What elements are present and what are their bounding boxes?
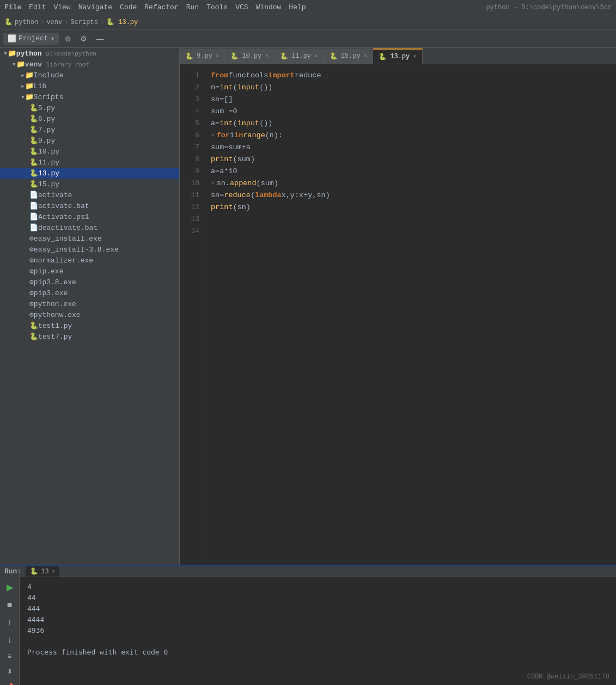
tree-item-easy_install_3_8_exe[interactable]: ⚙ easy_install-3.8.exe	[0, 244, 179, 255]
tree-item-pip3_8_exe[interactable]: ⚙ pip3.8.exe	[0, 277, 179, 288]
menu-bar: File Edit View Navigate Code Refactor Ru…	[0, 0, 616, 15]
tree-item-test1_py[interactable]: 🐍 test1.py	[0, 320, 179, 331]
fold-arrow-6[interactable]: ▾	[211, 130, 215, 142]
code-line-12: print(sn)	[211, 201, 609, 213]
menu-code[interactable]: Code	[120, 3, 137, 11]
tree-item-label: 15.py	[38, 180, 59, 188]
tree-item-deactivate_bat[interactable]: 📄 deactivate.bat	[0, 222, 179, 233]
run-tab[interactable]: 🐍 13 ×	[26, 566, 59, 577]
tree-item-venv_library_root[interactable]: ▾ 📁 venv library root	[0, 59, 179, 70]
tree-item-5_py[interactable]: 🐍 5.py	[0, 102, 179, 113]
run-play-button[interactable]: ▶	[5, 580, 15, 594]
tree-item-pip_exe[interactable]: ⚙ pip.exe	[0, 266, 179, 277]
tab-close-icon[interactable]: ×	[364, 53, 368, 59]
run-filter-icon[interactable]: ⬇	[5, 666, 14, 677]
menu-window[interactable]: Window	[256, 3, 282, 11]
tree-item-13_py[interactable]: 🐍 13.py	[0, 168, 179, 179]
tree-item-python_D__code_python[interactable]: ▾ 📁 python D:\code\python	[0, 48, 179, 59]
expand-arrow-icon[interactable]: ▾	[21, 93, 25, 101]
tab-close-icon[interactable]: ×	[265, 53, 269, 59]
breadcrumb-file[interactable]: 🐍 13.py	[106, 18, 138, 26]
tree-item-pip3_exe[interactable]: ⚙ pip3.exe	[0, 288, 179, 298]
tab-13py[interactable]: 🐍13.py×	[373, 48, 423, 64]
fold-arrow-10[interactable]: ▾	[211, 178, 215, 189]
tree-item-15_py[interactable]: 🐍 15.py	[0, 179, 179, 189]
menu-file[interactable]: File	[4, 3, 21, 11]
tree-item-Include[interactable]: ▸ 📁 Include	[0, 70, 179, 81]
bottom-panel: Run: 🐍 13 × ▶ ■ ↑ ↓ ≡ ⬇ 📌 🖨 🗑 4444444444…	[0, 565, 616, 685]
run-down-icon[interactable]: ↓	[6, 633, 14, 646]
minimize-icon[interactable]: —	[93, 33, 106, 45]
tree-item-7_py[interactable]: 🐍 7.py	[0, 124, 179, 135]
target-icon[interactable]: ⊕	[62, 33, 74, 45]
breadcrumb-scripts[interactable]: Scripts	[70, 19, 97, 26]
menu-edit[interactable]: Edit	[29, 3, 46, 11]
breadcrumb-venv[interactable]: venv	[46, 19, 62, 26]
tree-item-pythonw_exe[interactable]: ⚙ pythonw.exe	[0, 309, 179, 320]
editor-area: 🐍9.py×🐍10.py×🐍11.py×🐍15.py×🐍13.py× 12345…	[180, 48, 616, 565]
token: print	[211, 154, 233, 166]
tab-11py[interactable]: 🐍11.py×	[275, 48, 324, 64]
code-line-3: sn=[]	[211, 94, 609, 106]
token: for	[217, 130, 230, 142]
tree-item-label: Lib	[34, 82, 46, 90]
project-dropdown[interactable]: ⬜ Project ▾	[3, 33, 59, 45]
expand-arrow-icon[interactable]: ▸	[21, 71, 25, 79]
tree-item-11_py[interactable]: 🐍 11.py	[0, 157, 179, 168]
tree-item-label: 13.py	[38, 169, 59, 178]
menu-view[interactable]: View	[53, 3, 70, 11]
run-pin-icon[interactable]: 📌	[4, 681, 15, 685]
tree-item-Lib[interactable]: ▸ 📁 Lib	[0, 81, 179, 91]
settings-gear-icon[interactable]: ⚙	[77, 33, 90, 45]
menu-tools[interactable]: Tools	[206, 3, 228, 11]
tree-item-activate[interactable]: 📄 activate	[0, 189, 179, 200]
folder-icon: 📁	[25, 82, 34, 90]
python-file-icon: 🐍	[29, 169, 38, 178]
run-tab-label: 13	[41, 568, 48, 576]
run-stop-button[interactable]: ■	[5, 598, 14, 611]
tab-close-icon[interactable]: ×	[314, 53, 318, 59]
tree-item-test7_py[interactable]: 🐍 test7.py	[0, 331, 179, 342]
tab-9py[interactable]: 🐍9.py×	[180, 48, 225, 64]
menu-refactor[interactable]: Refactor	[144, 3, 178, 11]
token: ())	[259, 82, 272, 94]
tab-15py[interactable]: 🐍15.py×	[324, 48, 374, 64]
tab-10py[interactable]: 🐍10.py×	[225, 48, 275, 64]
breadcrumb: 🐍 python › venv › Scripts › 🐍 13.py	[0, 15, 616, 29]
run-tab-close-icon[interactable]: ×	[52, 568, 56, 575]
line-number-1: 1	[184, 70, 199, 82]
expand-arrow-icon[interactable]: ▾	[3, 49, 8, 58]
tree-item-10_py[interactable]: 🐍 10.py	[0, 146, 179, 157]
expand-arrow-icon[interactable]: ▸	[21, 82, 25, 90]
tree-item-6_py[interactable]: 🐍 6.py	[0, 113, 179, 124]
output-line-1: 44	[27, 592, 608, 603]
python-file-icon: 🐍	[29, 125, 38, 134]
breadcrumb-part-1[interactable]: 🐍	[4, 18, 13, 26]
run-up-icon[interactable]: ↑	[6, 616, 14, 629]
menu-run[interactable]: Run	[186, 3, 199, 11]
output-line-5	[27, 636, 608, 647]
tree-item-label: 10.py	[38, 148, 59, 156]
tree-item-easy_install_exe[interactable]: ⚙ easy_install.exe	[0, 233, 179, 244]
tree-item-9_py[interactable]: 🐍 9.py	[0, 135, 179, 146]
menu-vcs[interactable]: VCS	[235, 3, 248, 11]
expand-arrow-icon[interactable]: ▾	[12, 60, 16, 69]
code-content[interactable]: from functools import reducen=int(input(…	[204, 64, 616, 565]
code-line-14	[211, 225, 609, 237]
tree-item-label: 5.py	[38, 104, 55, 112]
tree-item-Scripts[interactable]: ▾ 📁 Scripts	[0, 91, 179, 102]
breadcrumb-python[interactable]: python	[15, 19, 38, 26]
run-wrap-icon[interactable]: ≡	[6, 651, 13, 662]
menu-navigate[interactable]: Navigate	[78, 3, 112, 11]
tree-item-python_exe[interactable]: ⚙ python.exe	[0, 298, 179, 309]
tab-close-icon[interactable]: ×	[216, 53, 219, 59]
tree-item-label: 6.py	[38, 115, 55, 123]
menu-help[interactable]: Help	[289, 3, 306, 11]
token: x,y:x+y,sn)	[282, 189, 330, 201]
tree-item-activate_bat[interactable]: 📄 activate.bat	[0, 200, 179, 211]
tree-item-normalizer_exe[interactable]: ⚙ normalizer.exe	[0, 255, 179, 266]
tree-item-Activate_ps1[interactable]: 📄 Activate.ps1	[0, 211, 179, 222]
token: (	[233, 82, 237, 94]
tab-close-icon[interactable]: ×	[413, 53, 417, 60]
tree-item-label: activate	[38, 191, 72, 199]
